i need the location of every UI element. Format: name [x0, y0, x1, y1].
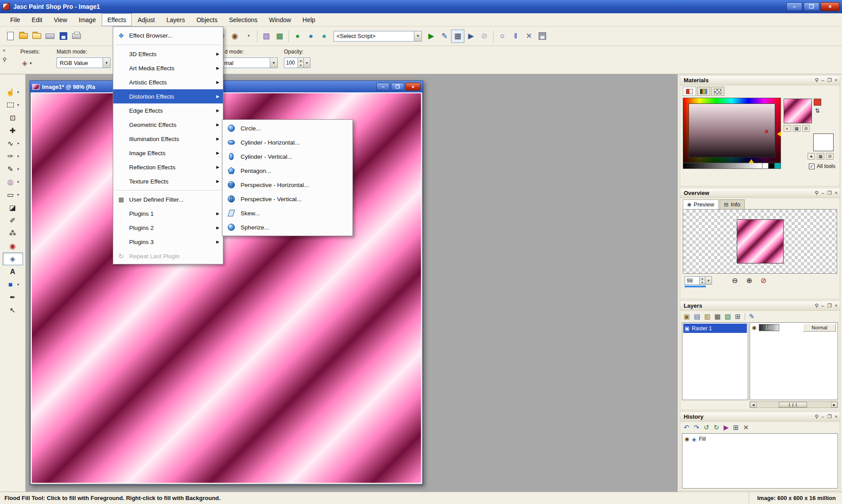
- grayscale-strip[interactable]: [683, 163, 781, 169]
- match-mode-arrow-icon[interactable]: ▼: [103, 58, 110, 68]
- freehand-selection-tool[interactable]: ∿▼: [3, 137, 23, 150]
- menu-item-texture-effects[interactable]: Texture Effects ▶: [113, 174, 223, 188]
- foreground-color-swatch[interactable]: [814, 99, 821, 106]
- layer-blend-mode-button[interactable]: Normal: [803, 324, 836, 332]
- blend-mode-combo[interactable]: mal ▼: [221, 57, 278, 68]
- save-button[interactable]: [57, 30, 70, 43]
- history-clear-button[interactable]: ✕: [743, 424, 749, 431]
- browse-button[interactable]: [30, 30, 43, 43]
- layers-pin-icon[interactable]: ⚲: [815, 303, 819, 308]
- pen-tool[interactable]: ✒: [3, 291, 23, 304]
- layers-panel-header[interactable]: Layers ⚲ – ❐ ×: [680, 301, 840, 311]
- teal-cell[interactable]: [774, 163, 781, 168]
- materials-pin-icon[interactable]: ⚲: [815, 78, 819, 83]
- history-float-icon[interactable]: ❐: [827, 414, 832, 419]
- cancel-script-button[interactable]: ⊘: [478, 30, 491, 43]
- all-tools-checkbox[interactable]: ✓: [809, 164, 815, 169]
- duplicate-layer-button[interactable]: ⊞: [735, 313, 741, 321]
- tool-options-close-icon[interactable]: ×: [3, 48, 5, 53]
- submenu-item-cylinder-vertical[interactable]: Cylinder - Vertical...: [222, 149, 352, 164]
- window-minimize-button[interactable]: –: [786, 2, 802, 11]
- menu-item-user-defined-filter[interactable]: ▦ User Defined Filter...: [113, 192, 223, 206]
- print-button[interactable]: [70, 30, 83, 43]
- start-script-recording-button[interactable]: ○: [496, 30, 509, 43]
- saturation-box[interactable]: [689, 103, 775, 157]
- menu-view[interactable]: View: [48, 13, 73, 26]
- tool-options-pin-icon[interactable]: ⚲: [3, 57, 7, 63]
- menu-item-distortion-effects[interactable]: Distortion Effects ▶: [113, 89, 223, 103]
- history-list[interactable]: ◉ ◈ Fill: [682, 433, 838, 489]
- presets-dropdown[interactable]: ◈ ▼: [20, 57, 42, 69]
- texture-toggle-button[interactable]: ▦: [793, 125, 800, 132]
- document-restore-button[interactable]: ❐: [391, 83, 404, 91]
- scrollbar-thumb[interactable]: ❙❙❙: [779, 402, 807, 408]
- image-info-button[interactable]: ▨: [260, 30, 273, 43]
- opacity-spin-up-icon[interactable]: ▲: [298, 58, 303, 63]
- overview-pin-icon[interactable]: ⚲: [815, 191, 819, 195]
- menu-layers[interactable]: Layers: [161, 13, 191, 26]
- swap-materials-icon[interactable]: ⇅: [815, 107, 820, 114]
- menu-item-geometric-effects[interactable]: Geometric Effects ▶: [113, 118, 223, 132]
- black-cell[interactable]: [768, 163, 774, 168]
- submenu-item-perspective-horizontal[interactable]: Perspective - Horizontal...: [222, 178, 352, 192]
- web-toolbar-button-2[interactable]: ●: [304, 30, 318, 43]
- menu-adjust[interactable]: Adjust: [132, 13, 161, 26]
- script-combo-arrow-icon[interactable]: ▼: [414, 31, 421, 41]
- history-save-quickscript-button[interactable]: ⊞: [733, 424, 739, 431]
- materials-minimize-icon[interactable]: –: [822, 78, 824, 83]
- match-mode-combo[interactable]: RGB Value ▼: [57, 57, 111, 68]
- layer-visibility-icon[interactable]: ◉: [752, 325, 756, 331]
- save-script-recording-button[interactable]: [536, 30, 549, 43]
- menu-item-artistic-effects[interactable]: Artistic Effects ▶: [113, 75, 223, 89]
- overview-thumbnail[interactable]: [737, 219, 784, 263]
- opacity-spinner[interactable]: ▲ ▼: [298, 57, 304, 68]
- materials-close-icon[interactable]: ×: [835, 78, 838, 83]
- materials-panel-header[interactable]: Materials ⚲ – ❐ ×: [680, 76, 840, 85]
- bg-texture-toggle-button[interactable]: ▦: [817, 153, 824, 160]
- submenu-item-cylinder-horizontal[interactable]: Cylinder - Horizontal...: [222, 135, 352, 149]
- zoom-in-button[interactable]: ⊕: [746, 276, 752, 285]
- menu-item-art-media-effects[interactable]: Art Media Effects ▶: [113, 61, 223, 75]
- history-minimize-icon[interactable]: –: [822, 414, 824, 419]
- preset-shape-tool[interactable]: ■▼: [3, 278, 23, 291]
- hue-ring[interactable]: [683, 98, 781, 163]
- layers-minimize-icon[interactable]: –: [822, 303, 824, 308]
- text-tool[interactable]: A: [3, 265, 23, 278]
- object-selection-tool[interactable]: ↖: [3, 304, 23, 317]
- scratch-remover-tool[interactable]: ⁂: [3, 227, 23, 240]
- menu-item-plugins-3[interactable]: Plugins 3 ▶: [113, 235, 223, 249]
- run-selected-script-button[interactable]: ▶: [425, 30, 438, 43]
- history-redo-button[interactable]: ↷: [694, 424, 700, 431]
- menu-item-image-effects[interactable]: Image Effects ▶: [113, 146, 223, 160]
- zoom-out-button[interactable]: ⊖: [732, 276, 738, 285]
- zoom-spin-down-icon[interactable]: ▼: [700, 281, 705, 285]
- layers-close-icon[interactable]: ×: [835, 303, 838, 308]
- document-titlebar[interactable]: Image1* @ 98% (Ra – ❐ ×: [30, 81, 423, 92]
- window-close-button[interactable]: ×: [821, 2, 839, 11]
- pan-tool[interactable]: ☝▼: [3, 86, 23, 99]
- layer-row[interactable]: ▣ Raster 1: [683, 324, 747, 333]
- history-pin-icon[interactable]: ⚲: [815, 414, 819, 419]
- move-tool[interactable]: ✚: [3, 124, 23, 137]
- opacity-control[interactable]: 100 ▲ ▼ ▼: [284, 57, 310, 68]
- crop-tool[interactable]: ⊡: [3, 111, 23, 124]
- toggle-execution-mode-button[interactable]: ▦: [451, 30, 464, 43]
- menu-selections[interactable]: Selections: [223, 13, 264, 26]
- document-close-button[interactable]: ×: [406, 83, 421, 91]
- history-entry[interactable]: ◉ ◈ Fill: [683, 435, 837, 443]
- overview-float-icon[interactable]: ❐: [827, 191, 832, 195]
- color-picker[interactable]: [683, 98, 781, 186]
- web-toolbar-button-1[interactable]: ●: [291, 30, 304, 43]
- menu-item-3d-effects[interactable]: 3D Effects ▶: [113, 47, 223, 61]
- menu-file[interactable]: File: [4, 13, 26, 26]
- hue-marker-right[interactable]: [777, 131, 781, 137]
- pause-script-recording-button[interactable]: ‖: [509, 30, 522, 43]
- submenu-item-circle[interactable]: Circle...: [222, 121, 352, 135]
- zoom-slider-arrow-icon[interactable]: ▼: [705, 276, 712, 285]
- edit-script-button[interactable]: ✎: [438, 30, 451, 43]
- layer-properties[interactable]: ◉ 100 Normal: [750, 322, 838, 400]
- opacity-slider-arrow-icon[interactable]: ▼: [304, 57, 310, 68]
- menu-objects[interactable]: Objects: [191, 13, 223, 26]
- window-restore-button[interactable]: ❐: [804, 2, 819, 11]
- menu-item-plugins-2[interactable]: Plugins 2 ▶: [113, 221, 223, 235]
